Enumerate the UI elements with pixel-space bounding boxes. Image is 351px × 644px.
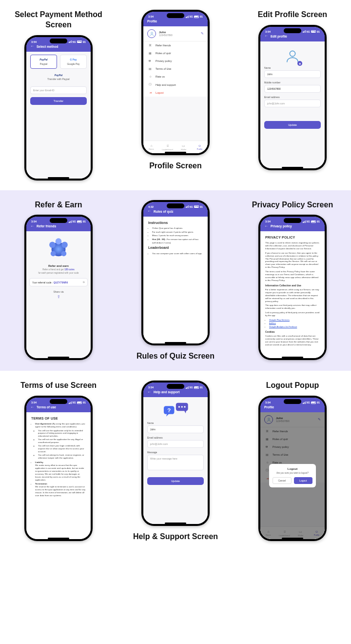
help-icon: ⓘ xyxy=(148,83,152,86)
profile-header: John 1234567890 ✎ xyxy=(143,26,208,41)
referral-code-box: Your referral code : QUZY75NR6 ⧉ xyxy=(29,278,88,286)
svg-point-4 xyxy=(61,242,68,248)
refer-sub: Refer a friend and get 120 coins xyxy=(26,268,91,271)
svg-point-6 xyxy=(51,251,56,257)
rules-icon: ▦ xyxy=(148,52,152,55)
label-email: Email address xyxy=(264,96,321,99)
back-icon[interactable]: ← xyxy=(30,405,34,409)
label-name: Name xyxy=(264,66,321,69)
menu-terms[interactable]: ▤Terms of Use xyxy=(143,65,208,73)
avatar xyxy=(147,29,156,38)
menu-logout[interactable]: ⇥Logout xyxy=(143,89,208,97)
back-icon[interactable]: ← xyxy=(264,34,268,38)
caption-logout: Logout Popup xyxy=(266,381,319,391)
back-icon[interactable]: ← xyxy=(147,209,151,213)
doc-icon: ▤ xyxy=(148,67,152,70)
back-icon[interactable]: ← xyxy=(147,390,151,394)
caption-help: Help & Support Screen xyxy=(133,532,218,542)
back-icon[interactable]: ← xyxy=(264,224,268,228)
shield-icon: ⛨ xyxy=(148,60,152,62)
user-icon: ☺ xyxy=(198,144,201,147)
link-gps[interactable]: Google Play Services xyxy=(269,319,290,321)
phone-edit: 3:54 5G91 ←Edit profile ◉ Name John Mobi… xyxy=(258,25,327,170)
caption-edit: Edit Profile Screen xyxy=(258,10,327,20)
tab-home[interactable]: ⌂Home xyxy=(143,141,159,153)
edit-icon[interactable]: ✎ xyxy=(201,32,204,36)
caption-profile: Profile Screen xyxy=(149,161,202,171)
menu-privacy[interactable]: ⛨Privacy policy xyxy=(143,57,208,65)
phone-help: 3:545G91 ←Help and support ? Name John xyxy=(141,381,210,526)
modal-overlay[interactable]: Logout Are you sure you want to logout? … xyxy=(260,412,325,539)
share-icon[interactable]: ⇪ xyxy=(26,295,91,299)
avatar-large: ◉ xyxy=(284,47,301,65)
tab-profile[interactable]: ☺Profile xyxy=(192,141,208,153)
back-icon[interactable]: ← xyxy=(30,224,34,228)
terms-title: TERMS OF USE xyxy=(31,416,86,421)
header-title: Profile xyxy=(147,20,157,23)
caption-terms: Terms of use Screen xyxy=(20,381,97,391)
help-name-input[interactable]: John xyxy=(147,425,204,433)
cancel-button[interactable]: Cancel xyxy=(273,477,292,484)
phone-terms: 3:545G91 ←Terms of use TERMS OF USE User… xyxy=(24,396,93,541)
profile-phone: 1234567890 xyxy=(159,34,173,37)
confirm-logout-button[interactable]: Logout xyxy=(294,477,313,484)
caption-privacy: Privacy Policy Screen xyxy=(252,200,333,210)
refer-title: Refer and earn xyxy=(26,264,91,267)
phone-payment: 3:54 5G91 ← Select method PayPal Paypal … xyxy=(24,35,93,181)
phone-privacy: 3:545G91 ←Privacy policy PRIVACY POLICY … xyxy=(258,215,327,360)
phone-refer: 3:545G91 ←Refer friends Refer and earn R… xyxy=(24,215,93,360)
help-update-button[interactable]: Update xyxy=(147,477,204,485)
paypal-card[interactable]: PayPal Paypal xyxy=(30,55,57,69)
dialog-message: Are you sure you want to logout? xyxy=(273,472,312,474)
svg-marker-12 xyxy=(184,410,186,414)
svg-text:?: ? xyxy=(167,407,171,413)
transfer-sub: Transfer with Paypal xyxy=(30,78,87,80)
gift-icon: ⌘ xyxy=(148,44,152,47)
help-illustration: ? xyxy=(161,402,190,419)
refer-illustration xyxy=(45,235,72,262)
showcase-canvas: Select Payment Method Screen 3:54 5G91 ←… xyxy=(0,0,351,552)
caption-payment: Select Payment Method Screen xyxy=(5,10,112,30)
svg-point-1 xyxy=(290,51,295,56)
privacy-title: PRIVACY POLICY xyxy=(265,235,320,240)
email-input[interactable]: Enter your Email-ID xyxy=(30,86,87,94)
menu-rules[interactable]: ▦Rules of quiz xyxy=(143,49,208,57)
menu-refer[interactable]: ⌘Refer friends xyxy=(143,41,208,49)
camera-icon[interactable]: ◉ xyxy=(297,61,302,66)
mobile-input[interactable]: 1234567890 xyxy=(264,85,321,93)
caption-refer: Refer & Earn xyxy=(35,200,82,210)
notch xyxy=(50,39,67,43)
gpay-card[interactable]: G Pay Google Pay xyxy=(60,55,87,69)
svg-point-7 xyxy=(61,251,66,257)
update-button[interactable]: Update xyxy=(264,121,321,129)
help-email-input[interactable]: john@John.com xyxy=(147,440,204,448)
phone-profile: 3:54 5G91 Profile John 1234567890 ✎ xyxy=(141,10,210,155)
svg-point-3 xyxy=(49,242,56,248)
home-icon: ⌂ xyxy=(150,144,152,147)
copy-icon[interactable]: ⧉ xyxy=(83,281,85,284)
logout-dialog: Logout Are you sure you want to logout? … xyxy=(269,464,316,487)
svg-point-14 xyxy=(181,406,183,408)
leaderboard-heading: Leaderboard xyxy=(148,245,203,251)
instructions-heading: Instructions xyxy=(148,221,203,226)
link-admob[interactable]: AdMob xyxy=(269,322,276,324)
help-message-input[interactable]: Write your message here xyxy=(147,455,204,470)
svg-point-13 xyxy=(178,406,180,408)
logout-icon: ⇥ xyxy=(148,91,152,94)
menu-help[interactable]: ⓘHelp and support xyxy=(143,80,208,89)
back-icon[interactable]: ← xyxy=(30,44,34,48)
header-title: Select method xyxy=(37,45,58,48)
caption-rules: Rules of Quiz Screen xyxy=(136,351,214,362)
svg-point-5 xyxy=(56,239,62,245)
label-mobile: Mobile number xyxy=(264,81,321,84)
email-input[interactable]: john@John.com xyxy=(264,100,321,107)
star-icon: ☆ xyxy=(148,75,152,78)
phone-rules: 4:325G91 ←Rules of quiz Instructions Onl… xyxy=(141,200,210,345)
link-ga[interactable]: Google Analytics for Firebase xyxy=(269,325,297,328)
rules-list: Online Quiz game has 4 options For each … xyxy=(148,227,203,244)
paypal-logo: PayPal xyxy=(30,74,87,77)
name-input[interactable]: John xyxy=(264,70,321,78)
transfer-button[interactable]: Transfer xyxy=(30,97,87,105)
svg-point-15 xyxy=(184,406,185,408)
menu-rate[interactable]: ☆Rate us xyxy=(143,73,208,80)
